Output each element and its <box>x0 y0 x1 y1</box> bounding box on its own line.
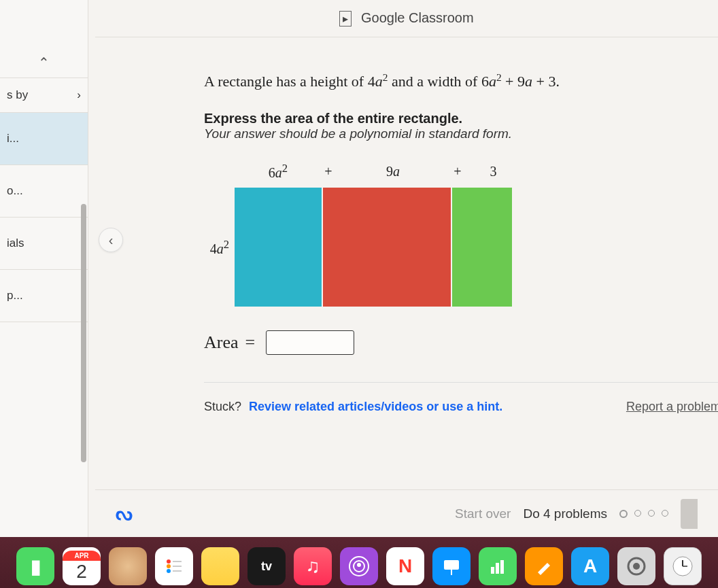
width-expression: 6a2 + 9a + 3 <box>481 73 556 90</box>
instruction-bold: Express the area of the entire rectangle… <box>204 111 718 126</box>
stuck-label: Stuck? <box>204 400 241 413</box>
progress-dot-2 <box>634 510 641 517</box>
svg-point-2 <box>167 569 171 573</box>
rect-red <box>323 188 452 307</box>
area-label: Area <box>204 332 239 353</box>
sidebar-section-label: s by <box>7 88 28 102</box>
sidebar-section[interactable]: s by › <box>0 78 88 113</box>
clock-icon[interactable] <box>664 547 702 585</box>
sidebar-collapse-button[interactable]: ⌃ <box>0 48 88 78</box>
numbers-icon[interactable] <box>479 547 517 585</box>
rect-green <box>452 188 512 307</box>
google-classroom-icon: ▸ <box>339 11 352 27</box>
divider <box>204 382 718 383</box>
progress-dot-4 <box>662 510 668 517</box>
sidebar-item-1[interactable]: o... <box>0 165 88 218</box>
progress-dot-3 <box>648 510 655 517</box>
scrollbar[interactable] <box>81 204 86 462</box>
settings-icon[interactable] <box>617 547 655 585</box>
facetime-icon[interactable]: ▮ <box>16 547 54 585</box>
pages-icon[interactable] <box>525 547 563 585</box>
plus-sign-1: + <box>322 164 335 179</box>
svg-point-0 <box>167 559 171 564</box>
sidebar-item-3[interactable]: p... <box>0 270 88 322</box>
rectangles <box>235 188 512 307</box>
svg-point-15 <box>633 563 640 570</box>
equals-sign: = <box>245 332 256 353</box>
macos-dock: ▮ APR 2 tv ♫ N A <box>0 537 718 588</box>
area-diagram: 6a2 + 9a + 3 4a2 <box>207 162 718 307</box>
progress-dot-1 <box>619 510 628 518</box>
svg-point-8 <box>357 563 361 567</box>
rect-cyan <box>235 188 323 307</box>
check-button[interactable] <box>681 499 698 529</box>
appletv-icon[interactable]: tv <box>247 547 286 585</box>
header-bar: ▸ Google Classroom <box>95 0 718 37</box>
streak-icon: ᔓ <box>116 502 133 525</box>
start-over-button[interactable]: Start over <box>455 506 511 521</box>
svg-rect-12 <box>496 563 499 574</box>
photos-icon[interactable] <box>109 547 147 585</box>
reminders-icon[interactable] <box>155 547 193 585</box>
chevron-left-icon: ‹ <box>109 232 114 248</box>
notes-icon[interactable] <box>201 547 239 585</box>
svg-rect-13 <box>500 560 504 574</box>
appstore-icon[interactable]: A <box>571 547 609 585</box>
width-label-3: 3 <box>464 164 522 179</box>
calendar-icon[interactable]: APR 2 <box>63 547 101 585</box>
chevron-up-icon: ⌃ <box>38 55 50 70</box>
keynote-icon[interactable] <box>432 547 471 585</box>
answer-input[interactable] <box>266 330 354 355</box>
music-icon[interactable]: ♫ <box>294 547 332 585</box>
problem-statement: A rectangle has a height of 4a2 and a wi… <box>204 71 718 90</box>
svg-rect-9 <box>444 560 459 570</box>
width-labels: 6a2 + 9a + 3 <box>235 162 718 181</box>
svg-rect-11 <box>491 567 494 574</box>
answer-row: Area = <box>204 330 718 355</box>
hint-link[interactable]: Review related articles/videos or use a … <box>249 400 502 413</box>
news-icon[interactable]: N <box>386 547 424 585</box>
do-problems-label: Do 4 problems <box>523 506 607 521</box>
diagram-row: 4a2 <box>207 188 718 307</box>
sidebar: ⌃ s by › i... o... ials p... <box>0 0 88 537</box>
stuck-row: Stuck? Review related articles/videos or… <box>204 400 718 414</box>
height-expression: 4a2 <box>368 73 388 90</box>
bottom-bar: ᔓ Start over Do 4 problems <box>95 489 718 537</box>
plus-sign-2: + <box>451 164 464 179</box>
podcasts-icon[interactable] <box>340 547 378 585</box>
width-label-2: 9a <box>335 164 451 179</box>
problem-content: ‹ A rectangle has a height of 4a2 and a … <box>95 37 718 414</box>
chevron-right-icon: › <box>77 88 81 102</box>
progress-dots <box>619 510 668 518</box>
instruction-italic: Your answer should be a polynomial in st… <box>204 126 718 141</box>
back-button[interactable]: ‹ <box>99 228 123 252</box>
svg-point-1 <box>167 564 171 568</box>
bottom-right: Start over Do 4 problems <box>455 499 698 529</box>
sidebar-item-2[interactable]: ials <box>0 218 88 270</box>
report-problem-link[interactable]: Report a problem <box>626 400 718 414</box>
sidebar-item-0[interactable]: i... <box>0 113 88 165</box>
google-classroom-link[interactable]: Google Classroom <box>361 10 474 25</box>
main-content: ▸ Google Classroom ‹ A rectangle has a h… <box>95 0 718 537</box>
width-label-1: 6a2 <box>235 162 322 181</box>
height-label: 4a2 <box>207 238 235 257</box>
